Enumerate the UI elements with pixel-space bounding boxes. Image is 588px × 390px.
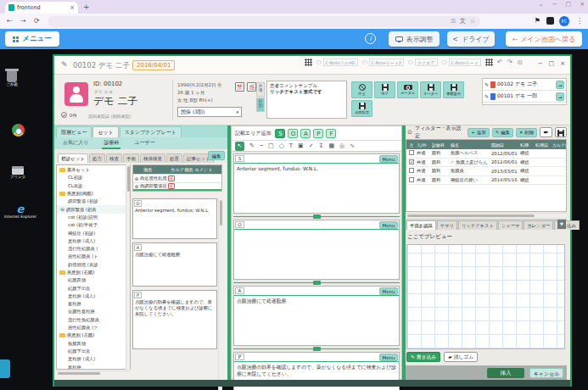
brush-button[interactable]: ✒ bbox=[540, 127, 552, 137]
tree-item[interactable]: ⊖ 飛蚊症 (初診) bbox=[57, 229, 130, 237]
soap-add-button[interactable]: P bbox=[313, 129, 323, 138]
layout-grid-icon[interactable] bbox=[305, 58, 312, 66]
delete-diagnosis-button[interactable]: ✕ 削除 bbox=[516, 128, 537, 137]
checkbox[interactable] bbox=[409, 177, 414, 182]
section-menu-button[interactable]: Menu bbox=[379, 221, 398, 229]
kebab-menu-icon[interactable]: ⋮ bbox=[576, 17, 583, 25]
edit-sets-button[interactable]: 編集 bbox=[208, 151, 225, 160]
tree-vertical-scrollbar[interactable] bbox=[126, 164, 130, 370]
tree-item[interactable]: ⊖ 霰粒腫 bbox=[57, 363, 130, 370]
tree-item[interactable]: ⊖ 化膿性霰粒腫 bbox=[57, 308, 130, 315]
tree-item[interactable]: ⊖ cat (初診/説明 bbox=[57, 214, 130, 221]
menu-button[interactable]: メニュー bbox=[5, 31, 59, 47]
left-tab[interactable]: 階層ビュー bbox=[56, 126, 92, 137]
undo-icon[interactable]: ↶ bbox=[497, 58, 503, 66]
left-subtab[interactable]: 診療科 bbox=[102, 139, 120, 149]
action-button[interactable]: 中止 bbox=[351, 81, 372, 98]
tree-item[interactable]: ⊖ 急性結膜炎 (ト bbox=[57, 253, 130, 260]
minimize-icon[interactable]: − bbox=[552, 1, 557, 8]
section-menu-button[interactable]: Menu bbox=[379, 354, 398, 361]
soap-section-label[interactable]: P bbox=[235, 354, 244, 360]
bookmark-star-icon[interactable]: ☆ bbox=[470, 18, 475, 25]
info-icon[interactable]: i bbox=[365, 33, 376, 44]
soap-preview-box[interactable]: O Anterior segment, fundus: W.N.L bbox=[132, 198, 217, 239]
action-button[interactable]: 書類送信 bbox=[443, 81, 464, 98]
taskbar-corner-icon[interactable] bbox=[0, 359, 10, 378]
extension-pin-icon[interactable]: ⚑ bbox=[535, 17, 540, 25]
detail-vertical-scrollbar[interactable] bbox=[218, 198, 222, 390]
set-category-tab[interactable]: 検体検査 bbox=[140, 153, 165, 163]
soap-section-text[interactable]: Anterior segment, fundus: W.N.L. bbox=[234, 164, 399, 213]
pencil-icon[interactable]: ✎ bbox=[484, 81, 489, 87]
soap-section-label[interactable]: S bbox=[235, 155, 244, 162]
add-diagnosis-button[interactable]: + 追加 bbox=[468, 128, 489, 137]
editor-tool-icon[interactable]: ✎ bbox=[249, 142, 255, 149]
tool-tab[interactable]: サマリ bbox=[437, 220, 457, 230]
tree-item[interactable]: ⊖ 麦粒腫 (成人) bbox=[57, 292, 130, 300]
soap-section[interactable]: S Menu Anterior segment, fundus: W.N.L. bbox=[233, 153, 400, 214]
tree-item[interactable]: ⊖ 疾患別 (左眼) bbox=[57, 332, 130, 339]
new-tab-button[interactable]: + bbox=[83, 3, 90, 11]
zoom-icon[interactable]: ⊙ bbox=[517, 58, 523, 66]
set-category-tab[interactable]: 初診セット bbox=[58, 153, 88, 163]
insurance-select[interactable]: ▾ 国保 (3割) bbox=[177, 107, 242, 117]
write-button[interactable]: ✎ 書き込み bbox=[406, 352, 440, 362]
diagnosis-filter-row[interactable]: 共通 眼科 角膜炎 2013/03/01 継続 bbox=[406, 167, 566, 176]
editor-tool-icon[interactable]: ✓ bbox=[309, 142, 314, 149]
left-subtab[interactable]: お気に入り bbox=[61, 139, 90, 149]
action-button[interactable]: 完了 bbox=[374, 81, 395, 98]
cursor-tool-icon[interactable]: ↖ bbox=[235, 142, 244, 151]
editor-tool-icon[interactable]: □ bbox=[268, 142, 274, 149]
view-mode-option[interactable]: C-Noteモード bbox=[442, 58, 481, 66]
tree-item[interactable]: ⊖ 調節緊張 (初診 bbox=[57, 198, 130, 205]
tree-item[interactable]: ⊖ 斜視弱視 (再診 bbox=[57, 261, 130, 269]
printer-icon[interactable]: プリンタ bbox=[5, 166, 31, 179]
circle-plus-icon[interactable]: ⊕ bbox=[133, 176, 140, 181]
soap-add-button[interactable]: F bbox=[326, 129, 336, 138]
soap-section-text[interactable]: 点眼治療にて経過観察 bbox=[234, 296, 399, 345]
tool-tab[interactable]: リッチテキスト bbox=[458, 220, 497, 230]
tree-item[interactable]: ⊖ 霰粒腫 bbox=[57, 300, 130, 308]
comment-tab-common[interactable]: 共通 bbox=[256, 82, 265, 97]
section-resize-handle[interactable] bbox=[233, 214, 400, 220]
open-chart-arrow-button[interactable]: → bbox=[556, 92, 564, 101]
left-subtab[interactable]: ユーザー bbox=[132, 139, 156, 149]
open-chart-arrow-button[interactable]: → bbox=[556, 81, 564, 89]
soap-preview-box[interactable]: A 点眼治療にて経過観察 bbox=[132, 242, 217, 287]
soap-section-label[interactable]: A bbox=[235, 287, 244, 294]
translate-icon[interactable]: 文 bbox=[460, 17, 466, 25]
left-tab[interactable]: スタンプテンプレート bbox=[120, 126, 182, 137]
patient-queue-row[interactable]: ✎ 00102 デモ 二子 → bbox=[483, 79, 566, 91]
pencil-icon[interactable]: ✎ bbox=[484, 93, 489, 99]
section-menu-button[interactable]: Menu bbox=[379, 155, 398, 163]
save-button[interactable] bbox=[555, 127, 567, 137]
cancel-button[interactable]: キャンセル bbox=[529, 368, 563, 378]
tree-item[interactable]: ⊖ 基本セット bbox=[57, 166, 130, 174]
tree-item[interactable]: ⊖ 麦粒腫 (成人) bbox=[57, 237, 130, 245]
patient-comment-box[interactable]: 患者コメントサンプル リッチテキスト形式です bbox=[266, 81, 347, 119]
reload-icon[interactable]: ⟳ bbox=[34, 17, 40, 25]
tree-item[interactable]: ⊖ 疾患別(両眼) bbox=[57, 190, 130, 198]
tree-horizontal-scrollbar[interactable] bbox=[56, 370, 131, 375]
collapse-circle-icon[interactable]: ⊙ bbox=[407, 129, 412, 136]
editor-tool-icon[interactable]: ○ bbox=[279, 142, 284, 149]
editor-tool-icon[interactable]: ↧ bbox=[319, 142, 324, 149]
patient-queue-row[interactable]: ✎ 00101 デモ 一郎 → bbox=[483, 91, 566, 103]
diagnosis-row[interactable]: ⊕ 両近視性乱視 疑 bbox=[133, 174, 221, 182]
handwriting-canvas[interactable] bbox=[406, 244, 565, 349]
tree-item[interactable]: ⊖ 結膜下出血 bbox=[57, 284, 130, 292]
soap-add-button[interactable]: O bbox=[288, 129, 298, 138]
internet-explorer-icon[interactable]: e Internet Explorer bbox=[0, 203, 41, 219]
insert-button[interactable]: 挿入 bbox=[487, 368, 524, 378]
section-menu-button[interactable]: Menu bbox=[379, 287, 398, 295]
tree-item[interactable]: ⊖ 疾患別 (右眼) bbox=[57, 269, 130, 276]
diagnosis-filter-row[interactable]: 共通 眼科 飛蚊症の疑い 2014/05/16 継続 bbox=[406, 176, 566, 186]
set-category-tab[interactable]: 検査 bbox=[106, 153, 122, 163]
tree-item[interactable]: ⊖ 流行性結膜炎 ( bbox=[57, 245, 130, 253]
forward-icon[interactable]: → bbox=[20, 17, 26, 25]
checkbox[interactable] bbox=[409, 168, 414, 173]
maximize-icon[interactable]: □ bbox=[549, 60, 555, 67]
editor-tool-icon[interactable]: T bbox=[289, 142, 293, 149]
section-resize-handle[interactable] bbox=[233, 346, 400, 352]
set-category-tab[interactable]: 処置 bbox=[166, 153, 182, 163]
